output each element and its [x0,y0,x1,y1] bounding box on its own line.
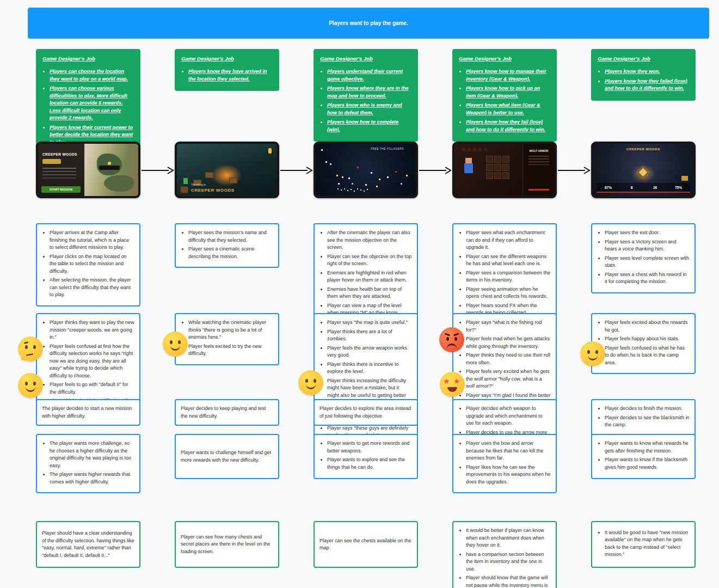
thoughts-card[interactable]: While watching the cinematic player thin… [175,313,279,365]
job-list: Players understand their current game oj… [320,68,411,133]
level-name-label: CREEPER WOODS [191,188,235,193]
improvement-list: It would be good to have "new mission av… [597,529,690,560]
wants-card[interactable]: Player uses the bow and arrow because he… [452,434,557,493]
decision-text: Player decides to keep playing and test … [181,405,273,420]
smiling-emoji[interactable] [18,373,43,398]
improvement-card[interactable]: Player should have a clear understanding… [36,521,140,568]
bullet-item: Enemies are highlighted in red when play… [327,270,412,284]
bullet-item: Player says "the map is quite useful." [327,319,412,327]
bullet-item: Player feels excited to try the new diff… [188,343,273,358]
designer-jobs-row: Game Designer's Job Players can choose t… [36,49,696,154]
bullet-item: Players know how to complete (win). [327,119,411,133]
bullet-item: Player uses the bow and arrow because he… [466,440,551,462]
stats-bar: 87% 8 26 75% [597,183,690,193]
bullet-item: Players know they won. [605,68,689,76]
actions-card[interactable]: Player arrives at the Camp after finishi… [36,223,140,307]
bullet-item: Player wants to explore and see the thin… [327,456,412,471]
wants-card[interactable]: The player wants more challenge, so he c… [36,434,140,493]
screenshot-loading-cinematic[interactable]: Travelling to CREEPER WOODS [175,142,279,198]
designer-job-card[interactable]: Game Designer's Job Players know they ha… [175,49,279,91]
decision-text: The player decides to start a new missio… [42,405,134,420]
entities-dots [321,149,323,151]
designer-job-card[interactable]: Game Designer's Job Players know how to … [452,49,557,142]
objective-label: FREE THE VILLAGERS [371,147,404,150]
wants-list: Player uses the bow and arrow because he… [458,440,551,486]
bullet-item: It would be good to have "new mission av… [605,529,690,559]
bullet-item: Players can choose various difficultitie… [50,85,134,122]
character-head [465,158,472,163]
actions-card[interactable]: Player sees the mission's name and diffi… [175,223,279,268]
screenshot-gameplay[interactable]: FREE THE VILLAGERS [314,142,418,198]
bullet-item: It would be better if player can know wh… [466,527,551,549]
bullet-item: Players know how they failed (lose) and … [605,78,689,93]
mission-name-label: CREEPER WOODS [42,152,77,156]
bullet-item: Player wants to know what rewards he get… [605,440,690,455]
thoughts-list: Player feels excited about the rewards h… [597,319,690,366]
designer-job-card[interactable]: Game Designer's Job Players know they wo… [591,49,696,101]
bullet-item: Player sees a cinematic scene describing… [188,246,273,260]
wants-list: Player wants to get more rewords and bet… [319,440,412,471]
decision-card[interactable]: Player decides to explore the area inste… [314,399,418,426]
mission-detail-panel: CREEPER WOODS START MISSION [38,144,84,196]
stage-banner[interactable]: Players want to play the game. [28,8,709,39]
bullet-item: Player decides to see the blacksmith in … [605,414,690,429]
improvement-card[interactable]: It would be good to have "new mission av… [591,521,696,568]
wants-list: Player wants to know what rewards he get… [597,440,690,471]
smiling-emoji[interactable] [163,332,188,357]
gameplay-screen: FREE THE VILLAGERS [316,144,416,196]
stat-value: 8 [620,186,643,189]
bullet-item: Enemies have health bar on top of them w… [327,286,412,301]
bullet-item: Player arrives at the Camp after finishi… [50,229,134,252]
decision-card[interactable]: Player decides to keep playing and test … [175,399,279,426]
bullet-item: Players know where they are in the map a… [327,85,411,100]
actions-card[interactable]: Player sees the exit door.Player sees a … [591,223,696,293]
decision-text: Player decides to explore the area inste… [319,405,412,420]
thoughts-card[interactable]: Player feels excited about the rewards h… [591,313,696,374]
bullet-item: Player can see the objective on the top … [327,253,412,268]
screenshot-inventory[interactable]: WOLF ARMOR [452,142,557,198]
improvement-card[interactable]: Player can see how many chests and secre… [175,521,279,568]
chest-icon [180,186,188,193]
bullet-item: Players understand their current game oj… [327,68,411,83]
cinematic-screen: Travelling to CREEPER WOODS [177,144,277,196]
wants-card[interactable]: Player wants to challenge himself and ge… [175,434,279,479]
angry-emoji[interactable] [439,327,464,352]
mission-select-screen: CREEPER WOODS START MISSION [38,144,138,196]
creeper-sprite [183,178,188,184]
map-mission-chip [99,166,120,170]
bullet-item: Player feels the arrow weapon works very… [327,345,412,359]
wants-card[interactable]: Player wants to get more rewords and bet… [314,434,418,479]
job-title: Game Designer's Job [320,55,411,63]
bullet-item: Players know how to manage their invento… [466,68,550,83]
improvement-card[interactable]: Player can see the chests available on t… [314,521,418,568]
screenshot-mission-complete[interactable]: CREEPER WOODS 87% 8 26 75% [591,142,696,198]
health-bar [529,189,549,191]
improvement-card[interactable]: It would be better if player can know wh… [452,521,557,588]
item-grid [486,156,512,179]
bullet-item: The player wants more challenge, so he c… [50,440,134,469]
actions-list: Player sees the mission's name and diffi… [181,229,273,260]
wants-row: The player wants more challenge, so he c… [36,434,696,493]
flow-arrow [419,167,452,174]
screenshots-row: CREEPER WOODS START MISSION Travelling t… [36,142,696,198]
bullet-item: Player feels mad when he gets attacks wh… [466,335,551,350]
decision-card[interactable]: Player decides to finish the mission.Pla… [591,399,696,437]
wants-card[interactable]: Player wants to know what rewards he get… [591,434,696,479]
star-struck-emoji[interactable] [440,372,465,397]
screenshot-mission-select[interactable]: CREEPER WOODS START MISSION [36,142,140,198]
bullet-item: Players know how to pick up an item (Gea… [466,85,550,100]
smiling-emoji[interactable] [580,341,605,366]
bullet-item: Player can see the different weapons he … [466,253,551,268]
smiling-emoji[interactable] [298,370,323,395]
job-list: Players know how to manage their invento… [459,68,550,133]
actions-list: Player sees the exit door.Player sees a … [597,229,690,286]
improvement-text: Player should have a clear understanding… [42,530,134,559]
start-mission-button[interactable]: START MISSION [41,186,81,193]
designer-job-card[interactable]: Game Designer's Job Players can choose t… [36,49,140,154]
job-list: Players know they won.Players know how t… [598,68,689,93]
decision-card[interactable]: The player decides to start a new missio… [36,399,140,426]
thinking-emoji[interactable] [18,336,43,362]
designer-job-card[interactable]: Game Designer's Job Players understand t… [314,49,418,142]
world-map-thumbnail [84,144,138,196]
actions-list: Player arrives at the Camp after finishi… [42,229,134,299]
